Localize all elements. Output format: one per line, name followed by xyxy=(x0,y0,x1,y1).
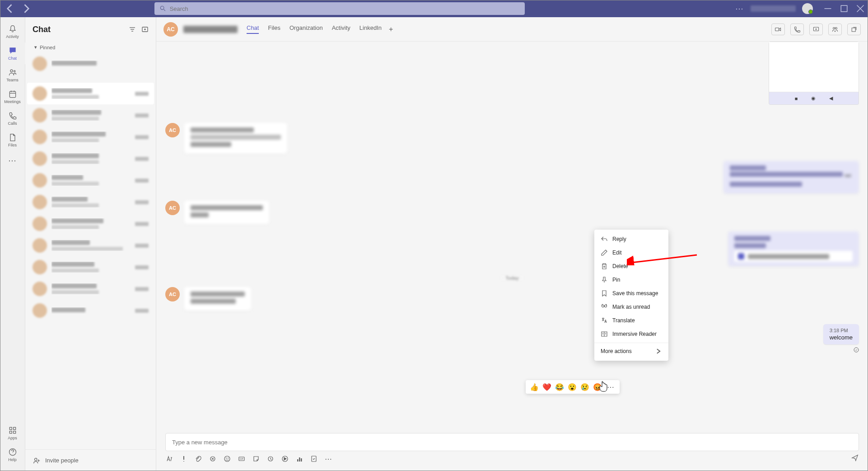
message-sent-target: 3:18 PM welcome xyxy=(165,324,859,354)
menu-edit[interactable]: Edit xyxy=(594,246,668,259)
tab-files[interactable]: Files xyxy=(268,24,280,34)
message-bubble[interactable]: nei xyxy=(723,161,859,193)
sticker-button[interactable] xyxy=(252,455,260,463)
chat-list-item[interactable] xyxy=(27,83,154,104)
loop-button[interactable] xyxy=(209,455,217,463)
rail-item-label: Activity xyxy=(6,34,19,39)
chat-list-item[interactable] xyxy=(27,191,154,213)
message-bubble[interactable]: 3:18 PM welcome xyxy=(823,324,859,344)
tab-linkedin[interactable]: LinkedIn xyxy=(359,24,382,34)
shared-image[interactable]: ■◉◀ xyxy=(769,42,859,105)
svg-rect-28 xyxy=(852,28,855,31)
reaction-surprised[interactable]: 😮 xyxy=(567,382,577,392)
rail-activity[interactable]: Activity xyxy=(0,21,25,42)
search-input[interactable] xyxy=(170,5,519,12)
rail-more-icon[interactable]: ⋯ xyxy=(8,151,17,170)
menu-save[interactable]: Save this message xyxy=(594,287,668,300)
priority-button[interactable] xyxy=(180,455,188,463)
rail-teams[interactable]: Teams xyxy=(0,64,25,86)
window-maximize-button[interactable] xyxy=(840,5,848,13)
file-icon xyxy=(8,133,17,142)
chat-list-item[interactable] xyxy=(27,300,154,321)
tab-activity[interactable]: Activity xyxy=(332,24,350,34)
message-received: AC xyxy=(165,287,859,311)
rail-calls[interactable]: Calls xyxy=(0,108,25,129)
reaction-laugh[interactable]: 😂 xyxy=(555,382,565,392)
video-call-button[interactable] xyxy=(771,24,785,35)
rail-meetings[interactable]: Meetings xyxy=(0,86,25,108)
approvals-button[interactable] xyxy=(310,455,318,463)
gif-button[interactable]: GIF xyxy=(238,455,246,463)
menu-reply[interactable]: Reply xyxy=(594,232,668,246)
window-minimize-button[interactable] xyxy=(824,5,832,13)
svg-point-27 xyxy=(835,27,837,29)
message-bubble[interactable] xyxy=(184,201,269,224)
filter-icon[interactable] xyxy=(129,26,136,33)
reaction-like[interactable]: 👍 xyxy=(529,382,539,392)
menu-translate[interactable]: Translate xyxy=(594,314,668,327)
compose-input[interactable] xyxy=(172,439,852,446)
rail-files[interactable]: Files xyxy=(0,129,25,151)
send-button[interactable] xyxy=(851,454,859,464)
message-bubble[interactable] xyxy=(184,287,251,311)
reaction-heart[interactable]: ❤️ xyxy=(542,382,552,392)
search-box[interactable] xyxy=(154,2,525,15)
chat-list-item[interactable] xyxy=(27,213,154,235)
search-icon xyxy=(160,5,166,12)
add-tab-button[interactable]: + xyxy=(389,25,393,33)
tab-organization[interactable]: Organization xyxy=(289,24,323,34)
chat-list-item[interactable] xyxy=(27,235,154,256)
window-close-button[interactable] xyxy=(856,5,864,13)
compose-area: GIF ⋯ xyxy=(156,428,868,471)
app-rail: Activity Chat Teams Meetings Calls Files… xyxy=(0,17,25,471)
add-people-button[interactable] xyxy=(828,24,842,35)
compose-more-button[interactable]: ⋯ xyxy=(324,455,332,463)
chat-list-item[interactable] xyxy=(27,148,154,170)
chat-list-item[interactable] xyxy=(27,126,154,148)
nav-back-button[interactable] xyxy=(4,2,16,15)
popout-icon xyxy=(850,26,858,33)
reaction-more-button[interactable]: ⋯ xyxy=(605,383,616,391)
emoji-button[interactable] xyxy=(223,455,231,463)
contact-avatar[interactable]: AC xyxy=(163,22,178,37)
polls-button[interactable] xyxy=(295,455,303,463)
titlebar-more-icon[interactable]: ⋯ xyxy=(735,4,744,14)
popout-button[interactable] xyxy=(847,24,861,35)
message-text: welcome xyxy=(830,334,853,341)
schedule-button[interactable] xyxy=(266,455,275,463)
message-bubble[interactable] xyxy=(184,123,287,154)
menu-delete[interactable]: Delete xyxy=(594,259,668,273)
svg-point-42 xyxy=(602,305,604,307)
rail-apps[interactable]: Apps xyxy=(0,422,25,444)
titlebar-avatar[interactable] xyxy=(802,3,813,14)
chat-list-item[interactable] xyxy=(27,53,154,75)
rail-item-label: Chat xyxy=(8,56,17,61)
stream-button[interactable] xyxy=(281,455,289,463)
compose-input-box[interactable] xyxy=(165,433,859,451)
nav-forward-button[interactable] xyxy=(20,2,33,15)
phone-icon xyxy=(793,26,801,33)
chat-list-item[interactable] xyxy=(27,104,154,126)
chat-list-item[interactable] xyxy=(27,256,154,278)
new-chat-icon[interactable] xyxy=(141,26,149,33)
rail-chat[interactable]: Chat xyxy=(0,42,25,64)
menu-pin[interactable]: Pin xyxy=(594,273,668,287)
menu-immersive-reader[interactable]: Immersive Reader xyxy=(594,327,668,341)
chevron-right-icon xyxy=(655,348,662,355)
rail-help[interactable]: Help xyxy=(0,444,25,466)
reaction-sad[interactable]: 😢 xyxy=(580,382,590,392)
attach-button[interactable] xyxy=(194,455,202,463)
menu-more-actions[interactable]: More actions xyxy=(594,343,668,358)
invite-icon xyxy=(33,457,41,465)
share-screen-button[interactable] xyxy=(809,24,823,35)
chat-list-item[interactable] xyxy=(27,278,154,300)
section-pinned[interactable]: ▾Pinned xyxy=(27,42,154,53)
chat-list-item[interactable] xyxy=(27,170,154,191)
audio-call-button[interactable] xyxy=(790,24,804,35)
invite-people-button[interactable]: Invite people xyxy=(25,449,156,471)
format-button[interactable] xyxy=(165,455,173,463)
tab-chat[interactable]: Chat xyxy=(247,24,259,34)
message-bubble[interactable] xyxy=(728,231,859,266)
menu-mark-unread[interactable]: Mark as unread xyxy=(594,300,668,314)
reaction-angry[interactable]: 😡 xyxy=(593,382,602,392)
